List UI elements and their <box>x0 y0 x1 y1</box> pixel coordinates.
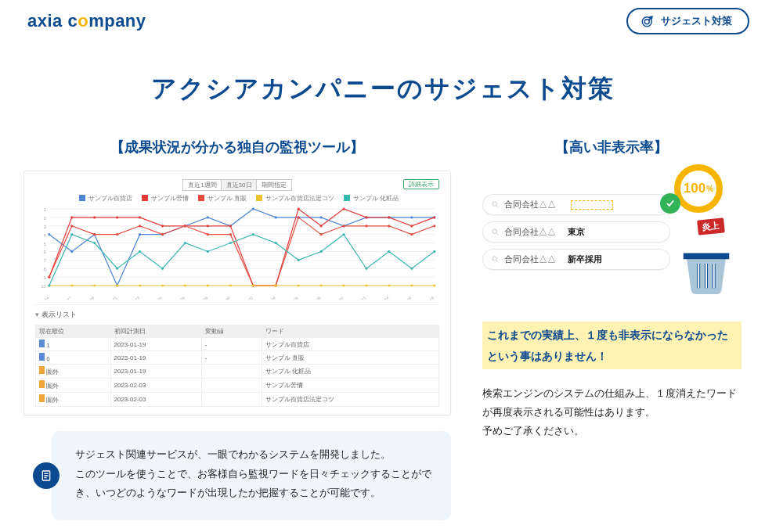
svg-point-100 <box>184 242 186 244</box>
svg-text:2023-05-16: 2023-05-16 <box>395 296 413 300</box>
svg-point-42 <box>93 216 96 218</box>
svg-point-102 <box>229 242 232 244</box>
svg-point-107 <box>342 233 345 235</box>
fire-tag: 炎上 <box>697 217 725 235</box>
svg-text:2023-04-23: 2023-04-23 <box>124 296 141 300</box>
svg-point-75 <box>433 225 435 227</box>
svg-point-34 <box>319 216 322 218</box>
svg-text:2023-05-02: 2023-05-02 <box>237 296 254 300</box>
svg-point-104 <box>275 242 277 244</box>
table-row: 圏外2023-02-03サンプル百貨店法定コツ <box>36 393 439 407</box>
svg-point-93 <box>433 284 435 286</box>
description-text: サジェスト関連サービスが、一眼でわかるシステムを開発しました。 このツールを使う… <box>75 445 434 503</box>
cta-label: サジェスト対策 <box>661 14 732 28</box>
svg-point-86 <box>275 284 277 286</box>
svg-point-58 <box>48 276 50 279</box>
detail-button[interactable]: 詳細表示 <box>403 179 439 189</box>
svg-text:2023-05-14: 2023-05-14 <box>373 296 390 300</box>
svg-point-59 <box>70 225 73 227</box>
table-row: 12023-01-19-サンプル百貨店 <box>36 338 439 351</box>
svg-text:2023-04-25: 2023-04-25 <box>146 296 164 300</box>
svg-point-84 <box>229 284 232 286</box>
svg-text:3: 3 <box>44 225 47 229</box>
svg-point-57 <box>433 216 435 218</box>
table-row: 圏外2023-02-03サンプル苦情 <box>36 379 439 393</box>
svg-point-103 <box>252 233 254 235</box>
svg-text:2023-04-19: 2023-04-19 <box>78 296 96 300</box>
svg-point-61 <box>116 233 118 235</box>
suggest-illustration: 100% 炎上 合同会社△△ 合同会社△△ 東京合同会社△△ 新卒採用 これまで… <box>482 171 742 440</box>
svg-point-85 <box>252 284 254 286</box>
svg-point-79 <box>116 284 118 286</box>
tab-30days[interactable]: 直近30日 <box>221 179 258 191</box>
svg-text:2: 2 <box>44 216 47 221</box>
dashboard-tabs: 直近1週間直近30日期間指定 <box>35 179 439 191</box>
svg-point-38 <box>410 216 413 218</box>
rank-table: 現在順位初回計測日変動値ワード 12023-01-19-サンプル百貨店 6202… <box>35 325 439 407</box>
svg-text:2023-05-08: 2023-05-08 <box>305 296 322 300</box>
svg-point-43 <box>116 216 118 218</box>
svg-point-47 <box>207 225 209 227</box>
svg-text:2023-05-10: 2023-05-10 <box>327 296 345 300</box>
svg-point-80 <box>139 284 141 286</box>
list-title: 表示リスト <box>35 304 439 320</box>
svg-text:6: 6 <box>44 250 47 254</box>
svg-point-99 <box>161 268 164 270</box>
check-icon <box>660 193 680 214</box>
svg-point-70 <box>319 233 322 235</box>
svg-point-87 <box>298 284 300 286</box>
svg-point-73 <box>388 225 390 227</box>
highlight-text: これまでの実績上、１度も非表示にならなかったという事はありません！ <box>482 322 742 369</box>
svg-point-111 <box>433 250 435 253</box>
svg-point-90 <box>365 284 367 286</box>
svg-point-55 <box>388 216 390 218</box>
svg-point-71 <box>342 225 345 227</box>
svg-point-94 <box>48 284 50 286</box>
svg-point-48 <box>229 225 232 227</box>
svg-point-23 <box>70 250 73 253</box>
svg-point-108 <box>365 268 367 270</box>
svg-point-110 <box>410 268 413 270</box>
svg-text:5: 5 <box>44 242 47 246</box>
svg-point-92 <box>410 284 413 286</box>
svg-point-69 <box>298 216 300 218</box>
disclaimer-text: 検索エンジンのシステムの仕組み上、１度消えたワードが再度表示される可能性はありま… <box>482 385 742 440</box>
table-row: 62023-01-19-サンプル 直販 <box>36 351 439 365</box>
svg-text:10: 10 <box>41 284 46 289</box>
line-chart: 123456789102023-04-142023-04-172023-04-1… <box>35 206 439 300</box>
suggest-pill: 合同会社△△ 東京 <box>482 221 670 243</box>
svg-point-56 <box>410 225 413 227</box>
document-icon <box>33 462 60 489</box>
svg-point-133 <box>493 257 497 261</box>
svg-point-96 <box>93 242 96 244</box>
svg-text:2023-05-12: 2023-05-12 <box>350 296 367 300</box>
svg-point-83 <box>207 284 209 286</box>
right-heading: 【高い非表示率】 <box>482 138 742 156</box>
svg-point-60 <box>93 233 96 235</box>
dashboard-screenshot: 直近1週間直近30日期間指定 詳細表示 サンプル百貨店サンプル苦情サンプル 直販… <box>23 171 451 415</box>
search-icon <box>491 228 500 236</box>
svg-point-77 <box>70 284 73 286</box>
svg-text:8: 8 <box>44 267 47 271</box>
tab-week[interactable]: 直近1週間 <box>182 179 222 191</box>
svg-point-53 <box>342 207 345 210</box>
cta-suggest-button[interactable]: サジェスト対策 <box>626 8 749 34</box>
svg-point-44 <box>139 216 141 218</box>
svg-point-78 <box>93 284 96 286</box>
svg-point-54 <box>365 216 367 218</box>
description-bubble: サジェスト関連サービスが、一眼でわかるシステムを開発しました。 このツールを使う… <box>52 431 451 520</box>
svg-point-32 <box>275 216 277 218</box>
tab-range[interactable]: 期間指定 <box>256 179 292 191</box>
svg-point-89 <box>342 284 345 286</box>
suggest-pill: 合同会社△△ <box>482 194 670 215</box>
svg-text:2023-05-19: 2023-05-19 <box>418 296 435 300</box>
brand-logo: axia company <box>27 11 146 31</box>
svg-text:2023-04-21: 2023-04-21 <box>101 296 118 300</box>
svg-point-52 <box>319 225 322 227</box>
svg-point-95 <box>70 233 73 235</box>
svg-point-64 <box>184 225 186 227</box>
svg-point-131 <box>493 202 497 207</box>
search-icon <box>491 255 500 264</box>
page-title: アクシアカンパニーのサジェスト対策 <box>0 72 765 106</box>
svg-point-132 <box>493 229 497 234</box>
